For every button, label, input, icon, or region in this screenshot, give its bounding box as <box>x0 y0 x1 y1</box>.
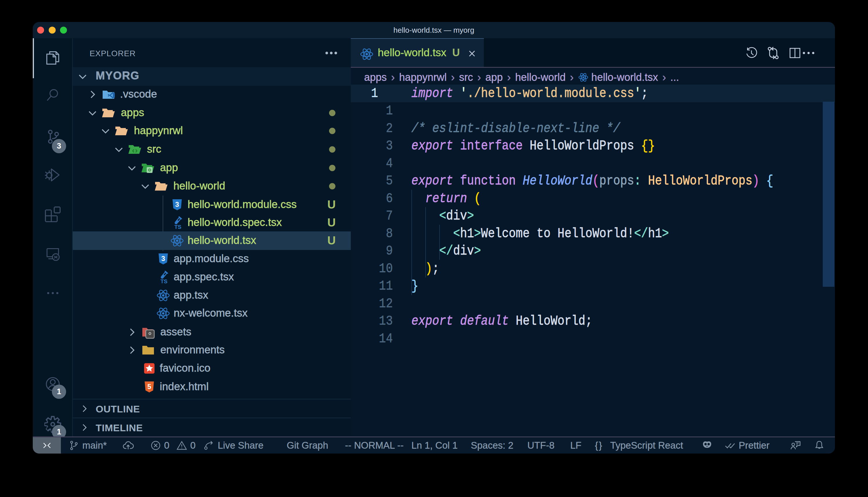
svg-text:TS: TS <box>160 278 167 284</box>
svg-text:TS: TS <box>174 224 181 230</box>
svg-text:3: 3 <box>175 200 179 208</box>
svg-text:5: 5 <box>147 383 151 390</box>
svg-text:3: 3 <box>161 255 165 262</box>
